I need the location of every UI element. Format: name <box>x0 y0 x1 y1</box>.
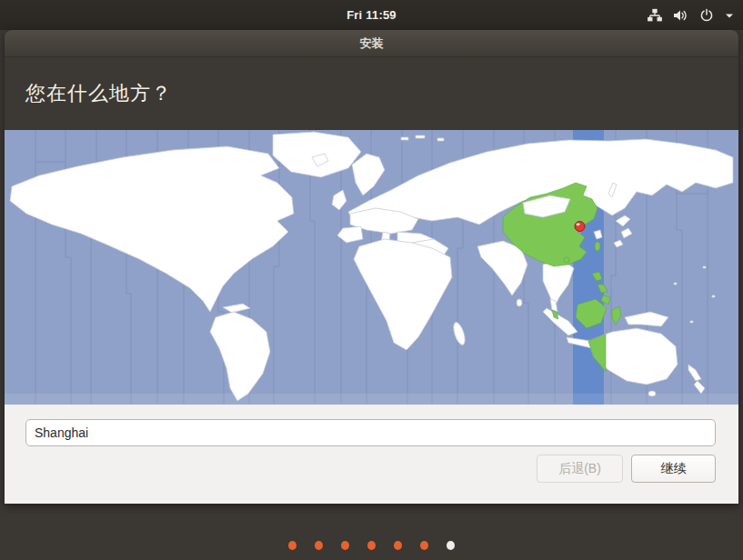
button-row: 后退(B) 继续 <box>537 455 716 483</box>
chevron-down-icon[interactable] <box>725 12 734 19</box>
window-title: 安装 <box>360 35 384 52</box>
progress-dot-done <box>367 541 376 550</box>
progress-dot-done <box>315 541 323 550</box>
window-titlebar[interactable]: 安装 <box>5 30 738 57</box>
heading-area: 您在什么地方？ <box>5 57 738 130</box>
continue-button[interactable]: 继续 <box>631 455 716 483</box>
progress-dot-current <box>447 541 455 550</box>
progress-dot-done <box>394 541 402 550</box>
volume-icon[interactable] <box>673 8 688 23</box>
installer-window: 安装 您在什么地方？ <box>5 30 738 504</box>
location-input[interactable] <box>25 419 716 446</box>
page-title: 您在什么地方？ <box>5 80 172 107</box>
timezone-map[interactable] <box>5 130 738 405</box>
power-icon[interactable] <box>699 8 714 23</box>
map-bottom-fade <box>5 394 738 405</box>
progress-dot-done <box>341 541 349 550</box>
progress-dots <box>0 541 743 550</box>
clock: Fri 11:59 <box>346 8 397 22</box>
progress-dot-done <box>288 541 296 550</box>
system-tray[interactable] <box>648 0 734 30</box>
network-icon[interactable] <box>648 8 662 23</box>
back-button[interactable]: 后退(B) <box>537 455 623 483</box>
footer-area: 后退(B) 继续 <box>5 405 738 504</box>
desktop-top-panel: Fri 11:59 <box>0 0 743 30</box>
progress-dot-done <box>420 541 428 550</box>
